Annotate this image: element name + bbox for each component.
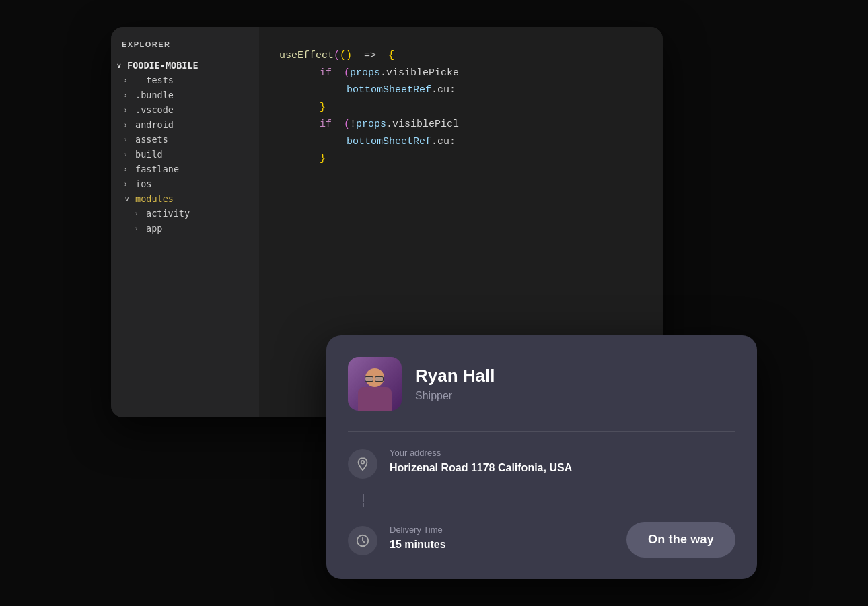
delivery-label: Delivery Time — [390, 525, 446, 535]
dashed-line — [363, 494, 364, 507]
location-icon — [348, 449, 377, 479]
code-line: if (!props.visiblePicl — [279, 116, 649, 133]
svg-point-0 — [361, 461, 365, 464]
tree-item-label: activity — [146, 208, 190, 219]
address-row: Your address Horizenal Road 1178 Califon… — [348, 448, 735, 479]
avatar-body — [358, 387, 392, 411]
chevron-right-icon: › — [124, 136, 133, 143]
chevron-down-icon: ∨ — [124, 195, 133, 203]
sidebar-item-root[interactable]: ∨ FOODIE-MOBILE — [111, 58, 259, 73]
tree-item-label: build — [135, 149, 163, 160]
sidebar-item-assets[interactable]: › assets — [111, 132, 259, 147]
tree-item-label: ios — [135, 178, 151, 189]
sidebar-item-activity[interactable]: › activity — [111, 206, 259, 221]
person-name: Ryan Hall — [415, 366, 495, 386]
sidebar-item-ios[interactable]: › ios — [111, 176, 259, 191]
sidebar-item-build[interactable]: › build — [111, 147, 259, 162]
code-line: } — [279, 99, 649, 116]
code-line: bottomSheetRef.cu: — [279, 81, 649, 99]
tree-item-label: modules — [135, 193, 174, 204]
delivery-card: Ryan Hall Shipper Your address Horizenal… — [326, 335, 757, 579]
chevron-right-icon: › — [124, 106, 133, 114]
root-folder-label: FOODIE-MOBILE — [127, 60, 198, 71]
address-value: Horizenal Road 1178 Califonia, USA — [390, 461, 735, 475]
delivery-time-row: Delivery Time 15 minutes — [348, 525, 446, 556]
on-the-way-button[interactable]: On the way — [626, 522, 735, 558]
tree-item-label: .vscode — [135, 104, 174, 115]
chevron-right-icon: › — [124, 166, 133, 173]
sidebar-item-app[interactable]: › app — [111, 221, 259, 236]
sidebar-item-tests[interactable]: › __tests__ — [111, 73, 259, 88]
sidebar-item-modules[interactable]: ∨ modules — [111, 191, 259, 206]
chevron-right-icon: › — [124, 180, 133, 188]
chevron-right-icon: › — [135, 210, 143, 217]
card-person-info: Ryan Hall Shipper — [415, 366, 495, 401]
avatar — [348, 357, 402, 411]
tree-item-label: fastlane — [135, 164, 179, 174]
chevron-right-icon: › — [135, 225, 143, 232]
address-content: Your address Horizenal Road 1178 Califon… — [390, 448, 735, 475]
chevron-down-icon: ∨ — [116, 62, 124, 69]
sidebar-item-android[interactable]: › android — [111, 117, 259, 132]
delivery-time-content: Delivery Time 15 minutes — [390, 525, 446, 552]
tree-item-label: android — [135, 119, 174, 130]
person-role: Shipper — [415, 390, 495, 402]
tree-item-label: __tests__ — [135, 75, 184, 86]
avatar-glasses — [365, 376, 385, 382]
chevron-right-icon: › — [124, 121, 133, 129]
sidebar: EXPLORER ∨ FOODIE-MOBILE › __tests__ › .… — [111, 27, 259, 417]
delivery-value: 15 minutes — [390, 537, 446, 552]
sidebar-item-vscode[interactable]: › .vscode — [111, 102, 259, 117]
sidebar-item-fastlane[interactable]: › fastlane — [111, 162, 259, 176]
scene: EXPLORER ∨ FOODIE-MOBILE › __tests__ › .… — [111, 27, 757, 579]
code-line: } — [279, 150, 649, 168]
clock-icon — [348, 526, 377, 556]
address-label: Your address — [390, 448, 735, 458]
delivery-bottom-row: Delivery Time 15 minutes On the way — [348, 522, 735, 558]
code-line: if (props.visiblePicke — [279, 65, 649, 82]
sidebar-title: EXPLORER — [111, 40, 259, 58]
code-line: bottomSheetRef.cu: — [279, 133, 649, 151]
code-line: useEffect(() => { — [279, 47, 649, 65]
tree-item-label: assets — [135, 134, 168, 145]
chevron-right-icon: › — [124, 151, 133, 158]
chevron-right-icon: › — [124, 77, 133, 84]
tree-item-label: app — [146, 223, 162, 234]
sidebar-item-bundle[interactable]: › .bundle — [111, 88, 259, 102]
divider — [348, 431, 735, 432]
tree-item-label: .bundle — [135, 90, 174, 100]
chevron-right-icon: › — [124, 92, 133, 99]
card-header: Ryan Hall Shipper — [348, 357, 735, 411]
